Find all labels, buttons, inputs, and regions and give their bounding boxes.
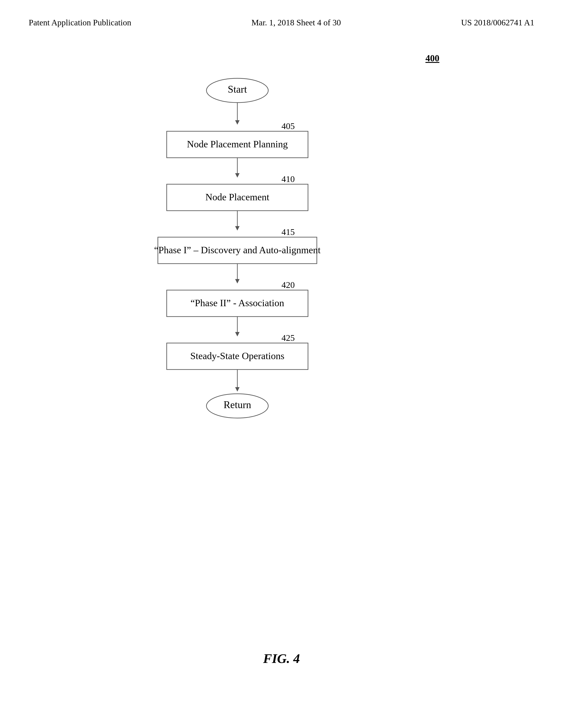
ref-410: 410	[282, 174, 295, 184]
header-date-sheet: Mar. 1, 2018 Sheet 4 of 30	[251, 18, 341, 27]
svg-marker-17	[235, 387, 239, 392]
page-header: Patent Application Publication Mar. 1, 2…	[29, 18, 534, 27]
ref-405: 405	[282, 121, 295, 131]
page: Patent Application Publication Mar. 1, 2…	[0, 0, 563, 728]
ref-415: 415	[282, 227, 295, 237]
flowchart-svg: Start 405 Node Placement Planning 410 No…	[127, 73, 436, 426]
return-label: Return	[223, 399, 251, 410]
svg-marker-14	[235, 332, 239, 336]
ref-420: 420	[282, 280, 295, 290]
svg-marker-2	[235, 120, 239, 125]
node-420-label: “Phase II” - Association	[190, 298, 284, 308]
start-label: Start	[228, 84, 247, 95]
node-415-label: “Phase I” – Discovery and Auto-alignment	[154, 245, 321, 255]
diagram-container: Start 405 Node Placement Planning 410 No…	[0, 55, 563, 426]
node-410-label: Node Placement	[205, 192, 269, 203]
node-405-label: Node Placement Planning	[187, 139, 288, 150]
header-publication-label: Patent Application Publication	[29, 18, 131, 27]
figure-caption: FIG. 4	[263, 651, 300, 666]
svg-marker-11	[235, 279, 239, 283]
svg-marker-8	[235, 226, 239, 231]
header-patent-number: US 2018/0062741 A1	[461, 18, 534, 27]
node-425-label: Steady-State Operations	[190, 351, 285, 361]
svg-marker-5	[235, 173, 239, 178]
ref-425: 425	[282, 333, 295, 343]
